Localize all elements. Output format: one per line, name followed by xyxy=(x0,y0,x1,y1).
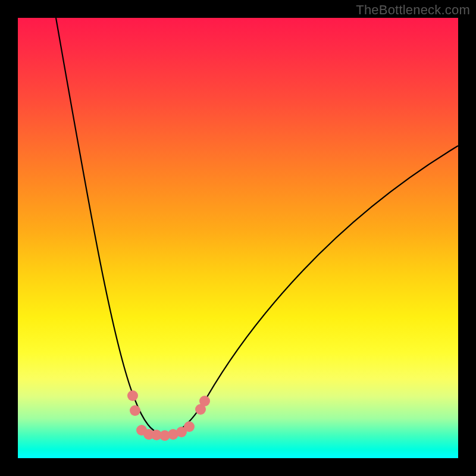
data-marker xyxy=(127,390,138,401)
data-marker xyxy=(199,396,210,406)
data-marker xyxy=(184,421,195,432)
plot-area xyxy=(18,18,458,458)
watermark-text: TheBottleneck.com xyxy=(356,2,470,18)
chart-frame: TheBottleneck.com xyxy=(0,0,476,476)
bottleneck-curve xyxy=(56,18,458,434)
data-marker xyxy=(130,405,140,416)
chart-svg xyxy=(18,18,458,458)
salmon-marker-cluster xyxy=(127,390,210,441)
